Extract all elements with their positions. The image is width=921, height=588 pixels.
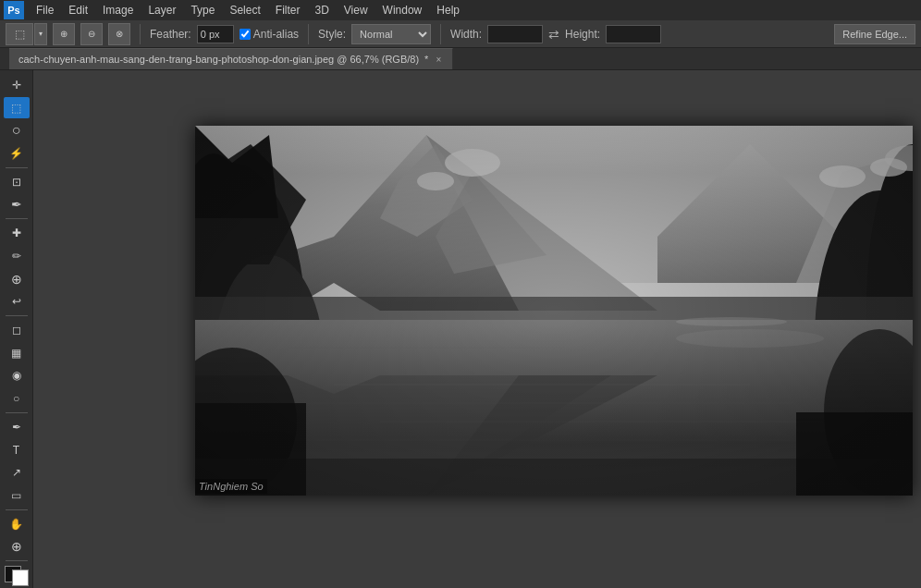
- canvas-area[interactable]: TinNghiem So: [33, 70, 921, 588]
- width-input[interactable]: [487, 25, 543, 43]
- pen-icon: ✒: [4, 416, 30, 438]
- tool-divider-3: [6, 315, 28, 316]
- tab-close-icon[interactable]: ×: [434, 55, 443, 65]
- crop-tool[interactable]: ⊡: [4, 171, 30, 193]
- menu-help[interactable]: Help: [430, 2, 466, 18]
- gradient-tool[interactable]: ▦: [4, 342, 30, 364]
- menu-image[interactable]: Image: [96, 2, 140, 18]
- zoom-tool[interactable]: ⊕: [4, 535, 30, 557]
- tool-icon-main[interactable]: ⬚: [6, 23, 33, 45]
- eraser-icon: ◻: [4, 319, 30, 341]
- gradient-icon: ▦: [4, 342, 30, 364]
- menu-filter[interactable]: Filter: [269, 2, 307, 18]
- main-area: ✛ ⬚ ○ ⚡ ⊡ ✒ ✚ ✏ ⊕: [0, 70, 921, 588]
- separator2: [308, 24, 309, 44]
- menu-layer[interactable]: Layer: [141, 2, 182, 18]
- quick-select-icon: ⚡: [4, 142, 30, 165]
- lasso-icon: ○: [4, 119, 30, 141]
- image-container: TinNghiem So: [195, 126, 913, 496]
- tool-divider-2: [6, 218, 28, 219]
- separator3: [440, 24, 441, 44]
- tool-sub-icon[interactable]: ⊖: [80, 23, 103, 45]
- svg-rect-38: [195, 126, 913, 496]
- eyedropper-icon: ✒: [4, 194, 30, 216]
- hand-tool[interactable]: ✋: [4, 513, 30, 535]
- width-label: Width:: [450, 28, 482, 41]
- tool-divider-6: [6, 560, 28, 561]
- tool-add-icon[interactable]: ⊕: [53, 23, 75, 45]
- heal-icon: ✚: [4, 222, 30, 244]
- tab-filename: cach-chuyen-anh-mau-sang-den-trang-bang-…: [18, 54, 419, 65]
- dodge-tool[interactable]: ○: [4, 387, 30, 410]
- shape-tool[interactable]: ▭: [4, 484, 30, 507]
- toolbar: ✛ ⬚ ○ ⚡ ⊡ ✒ ✚ ✏ ⊕: [0, 70, 33, 588]
- menu-bar: Ps File Edit Image Layer Type Select Fil…: [0, 0, 921, 20]
- height-label: Height:: [565, 28, 600, 41]
- anti-alias-label: Anti-alias: [253, 28, 299, 41]
- tool-divider-4: [6, 412, 28, 413]
- path-select-tool[interactable]: ↗: [4, 461, 30, 484]
- tool-icon-dropdown[interactable]: ▾: [34, 23, 47, 45]
- menu-file[interactable]: File: [30, 2, 60, 18]
- image-tab[interactable]: cach-chuyen-anh-mau-sang-den-trang-bang-…: [9, 48, 453, 69]
- heal-tool[interactable]: ✚: [4, 222, 30, 244]
- options-bar: ⬚ ▾ ⊕ ⊖ ⊗ Feather: Anti-alias Style: Nor…: [0, 20, 921, 48]
- blur-icon: ◉: [4, 365, 30, 387]
- feather-input[interactable]: [197, 25, 234, 43]
- style-label: Style:: [318, 28, 346, 41]
- text-tool[interactable]: T: [4, 439, 30, 461]
- move-tool[interactable]: ✛: [4, 74, 30, 96]
- swap-arrow[interactable]: ⇄: [548, 27, 559, 42]
- marquee-tool[interactable]: ⬚: [4, 97, 30, 119]
- watermark: TinNghiem So: [195, 479, 267, 494]
- history-brush-tool[interactable]: ↩: [4, 290, 30, 312]
- brush-icon: ✏: [4, 245, 30, 267]
- menu-type[interactable]: Type: [184, 2, 221, 18]
- zoom-icon: ⊕: [4, 535, 30, 557]
- crop-icon: ⊡: [4, 171, 30, 193]
- path-select-icon: ↗: [4, 461, 30, 484]
- blur-tool[interactable]: ◉: [4, 365, 30, 387]
- eyedropper-tool[interactable]: ✒: [4, 194, 30, 216]
- tool-intersect-icon[interactable]: ⊗: [108, 23, 130, 45]
- height-input[interactable]: [606, 25, 661, 43]
- move-icon: ✛: [4, 74, 30, 96]
- menu-window[interactable]: Window: [376, 2, 429, 18]
- eraser-tool[interactable]: ◻: [4, 319, 30, 341]
- tool-divider-5: [6, 509, 28, 510]
- ps-logo: Ps: [4, 1, 24, 19]
- canvas-image: [195, 126, 913, 496]
- quick-select-tool[interactable]: ⚡: [4, 142, 30, 165]
- menu-edit[interactable]: Edit: [62, 2, 94, 18]
- anti-alias-wrap: Anti-alias: [239, 28, 299, 41]
- menu-view[interactable]: View: [338, 2, 375, 18]
- style-select[interactable]: Normal Fixed Ratio Fixed Size: [351, 24, 431, 44]
- tool-divider-1: [6, 167, 28, 168]
- clone-tool[interactable]: ⊕: [4, 268, 30, 290]
- clone-icon: ⊕: [4, 268, 30, 290]
- separator1: [140, 24, 141, 44]
- color-swatch[interactable]: [5, 566, 29, 586]
- tab-bar: cach-chuyen-anh-mau-sang-den-trang-bang-…: [0, 48, 921, 70]
- menu-select[interactable]: Select: [223, 2, 266, 18]
- text-icon: T: [4, 439, 30, 461]
- dodge-icon: ○: [4, 387, 30, 410]
- lasso-tool[interactable]: ○: [4, 119, 30, 141]
- refine-edge-button[interactable]: Refine Edge...: [834, 24, 915, 44]
- history-brush-icon: ↩: [4, 290, 30, 312]
- menu-3d[interactable]: 3D: [308, 2, 335, 18]
- brush-tool[interactable]: ✏: [4, 245, 30, 267]
- feather-label: Feather:: [150, 28, 191, 41]
- tab-modified: *: [424, 54, 428, 65]
- anti-alias-checkbox[interactable]: [239, 29, 251, 40]
- shape-icon: ▭: [4, 484, 30, 507]
- marquee-icon: ⬚: [4, 97, 30, 119]
- pen-tool[interactable]: ✒: [4, 416, 30, 438]
- hand-icon: ✋: [4, 513, 30, 535]
